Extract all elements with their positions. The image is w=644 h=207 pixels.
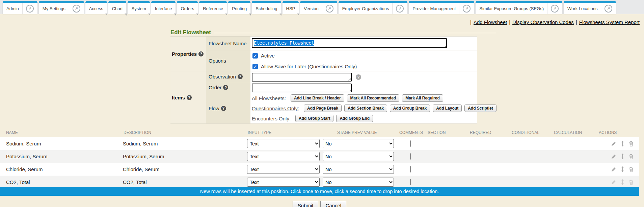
cancel-button[interactable]: Cancel	[320, 201, 346, 207]
nav-tab-chart[interactable]: Chart	[108, 1, 127, 14]
comments-checkbox[interactable]	[410, 179, 411, 185]
external-link-icon[interactable]: ↗	[73, 5, 80, 13]
move-row-icon[interactable]	[621, 154, 624, 159]
observation-help-icon[interactable]: ?	[238, 74, 243, 79]
external-link-icon[interactable]: ↗	[551, 5, 559, 13]
flow-help-icon[interactable]: ?	[221, 106, 226, 111]
mark-all-recommended-button[interactable]: Mark All Recommended	[347, 94, 400, 102]
cell-stage-prev-value: No	[323, 152, 397, 161]
external-link-icon[interactable]: ↗	[396, 5, 404, 13]
tab-label: Printing	[232, 6, 247, 11]
quick-link-flowsheets-system-report[interactable]: Flowsheets System Report	[579, 19, 640, 25]
add-group-start-button[interactable]: Add Group Start	[295, 115, 333, 122]
tab-label: Chart	[112, 6, 123, 11]
row-actions	[598, 141, 639, 146]
input-type-select[interactable]: Text	[247, 165, 320, 174]
tab-label: System	[131, 6, 146, 11]
active-checkbox[interactable]: ✓	[252, 53, 258, 59]
input-type-select[interactable]: Text	[247, 178, 320, 187]
comments-checkbox[interactable]	[410, 140, 411, 147]
order-cell	[250, 82, 477, 93]
edit-row-icon[interactable]	[611, 154, 616, 159]
nav-tab-admin[interactable]: Admin↗	[3, 1, 37, 14]
form-footer: Submit Cancel	[0, 201, 639, 207]
mark-all-required-button[interactable]: Mark All Required	[402, 94, 443, 102]
delete-row-icon[interactable]	[629, 180, 634, 185]
flowsheet-name-input[interactable]: Electrolytes Flowsheet	[252, 38, 447, 48]
flow-group-label: Encounters Only:	[252, 116, 291, 121]
nav-tab-reference[interactable]: Reference	[199, 1, 227, 14]
properties-help-icon[interactable]: ?	[198, 51, 204, 56]
delete-row-icon[interactable]	[629, 141, 634, 146]
quick-link-add-flowsheet[interactable]: Add Flowsheet	[474, 19, 507, 25]
nav-tab-system[interactable]: System	[128, 1, 150, 14]
add-layout-button[interactable]: Add Layout	[433, 105, 462, 112]
add-section-break-button[interactable]: Add Section Break	[344, 105, 387, 112]
add-group-end-button[interactable]: Add Group End	[336, 115, 373, 122]
add-page-break-button[interactable]: Add Page Break	[304, 105, 342, 112]
comments-checkbox[interactable]	[410, 153, 411, 160]
input-type-select[interactable]: Text	[247, 139, 320, 148]
add-scriptlet-button[interactable]: Add Scriptlet	[464, 105, 497, 112]
edit-row-icon[interactable]	[611, 180, 616, 185]
resize-grip-icon[interactable]	[443, 44, 446, 47]
order-help-icon[interactable]: ?	[223, 85, 228, 90]
link-separator: |	[576, 19, 577, 25]
delete-row-icon[interactable]	[629, 154, 634, 159]
edit-row-icon[interactable]	[611, 141, 616, 146]
cell-input-type: Text	[247, 139, 323, 148]
external-link-icon[interactable]: ↗	[26, 5, 34, 13]
stage-prev-value-select[interactable]: No	[323, 152, 394, 161]
nav-tab-interface[interactable]: Interface	[151, 1, 176, 14]
stage-prev-value-select[interactable]: No	[323, 165, 394, 174]
observation-cell: ?	[250, 71, 477, 82]
nav-tab-printing[interactable]: Printing	[228, 1, 250, 14]
nav-tab-work-locations[interactable]: Work Locations↗	[564, 1, 616, 14]
external-link-icon[interactable]: ↗	[605, 5, 612, 13]
stage-prev-value-select[interactable]: No	[323, 139, 394, 148]
stage-prev-value-select[interactable]: No	[323, 178, 394, 187]
order-input[interactable]	[252, 84, 352, 92]
observation-input[interactable]	[252, 73, 352, 82]
external-link-section: ↗	[322, 3, 333, 14]
allow-save-checkbox[interactable]: ✓	[252, 64, 258, 69]
move-row-icon[interactable]	[621, 141, 624, 146]
column-header-required: REQUIRED	[469, 130, 511, 135]
add-line-break-header-button[interactable]: Add Line Break / Header	[291, 94, 344, 102]
add-group-break-button[interactable]: Add Group Break	[390, 105, 430, 112]
external-link-section: ↗	[547, 3, 559, 14]
nav-tab-hsp[interactable]: HSP	[283, 1, 299, 14]
tab-label: Employer Organizations	[342, 6, 389, 11]
move-row-icon[interactable]	[621, 166, 624, 172]
nav-tab-orders[interactable]: Orders	[177, 1, 198, 14]
nav-tab-access[interactable]: Access	[85, 1, 107, 14]
nav-tab-employer-organizations[interactable]: Employer Organizations↗	[339, 1, 408, 14]
input-type-select[interactable]: Text	[247, 152, 320, 161]
flowsheet-name-label: Flowsheet Name	[206, 37, 250, 50]
external-link-icon[interactable]: ↗	[463, 5, 471, 13]
edit-row-icon[interactable]	[611, 167, 616, 172]
comments-checkbox[interactable]	[410, 166, 411, 172]
tab-label: Provider Management	[412, 6, 456, 11]
link-separator: |	[509, 19, 510, 25]
external-link-section: ↗	[392, 3, 404, 14]
observation-field-help-icon[interactable]: ?	[356, 74, 361, 80]
resize-grip-icon[interactable]	[348, 78, 351, 80]
tab-label: My Settings	[43, 6, 65, 11]
delete-row-icon[interactable]	[629, 167, 634, 172]
nav-tab-my-settings[interactable]: My Settings↗	[39, 1, 84, 14]
external-link-icon[interactable]: ↗	[326, 5, 333, 13]
flowsheet-name-selected-text: Electrolytes Flowsheet	[254, 40, 314, 46]
nav-tab-similar-exposure-groups-segs[interactable]: Similar Exposure Groups (SEGs)↗	[476, 1, 562, 14]
nav-tab-version[interactable]: Version↗	[300, 1, 337, 14]
items-help-icon[interactable]: ?	[187, 95, 192, 100]
tab-accent-strip	[476, 1, 562, 3]
quick-link-display-observation-codes[interactable]: Display Observation Codes	[512, 19, 574, 25]
insert-position-bar[interactable]: New rows will be inserted at this positi…	[0, 187, 639, 196]
move-row-icon[interactable]	[621, 179, 624, 185]
nav-tab-scheduling[interactable]: Scheduling	[252, 1, 281, 14]
resize-grip-icon[interactable]	[348, 89, 351, 91]
submit-button[interactable]: Submit	[293, 201, 319, 207]
flow-group: Encounters Only:Add Group StartAdd Group…	[250, 113, 477, 123]
nav-tab-provider-management[interactable]: Provider Management↗	[409, 1, 474, 14]
